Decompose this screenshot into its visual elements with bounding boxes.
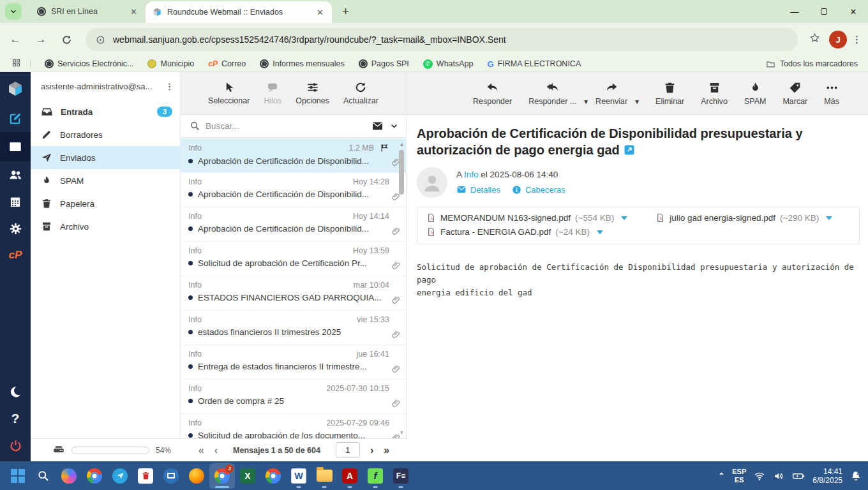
folder-entrada[interactable]: Entrada3 <box>31 100 180 123</box>
open-in-new-window-icon[interactable] <box>624 144 635 156</box>
list-item[interactable]: Infovie 15:33 estados financieros II tri… <box>181 311 406 345</box>
tab-close-icon[interactable]: ✕ <box>128 7 139 17</box>
list-item[interactable]: InfoHoy 14:14 Aprobación de Certificació… <box>181 207 406 242</box>
app-f-green-button[interactable]: f <box>363 463 388 489</box>
reply-all-caret-icon[interactable]: ▼ <box>583 98 589 105</box>
tab-roundcube[interactable]: Roundcube Webmail :: Enviados ✕ <box>146 1 332 23</box>
threads-button[interactable]: Hilos <box>264 81 281 105</box>
tab-sri[interactable]: SRI en Línea ✕ <box>31 1 146 22</box>
close-button[interactable]: ✕ <box>839 0 868 23</box>
tab-search-button[interactable] <box>5 3 22 20</box>
rail-contacts-tab[interactable] <box>0 161 31 188</box>
search-options-chevron-icon[interactable] <box>390 122 398 130</box>
volume-icon[interactable] <box>773 470 784 482</box>
clock[interactable]: 14:416/8/2025 <box>812 467 842 485</box>
rail-mail-tab[interactable] <box>0 132 31 161</box>
list-item[interactable]: Info2025-07-30 10:15 Orden de compra # 2… <box>181 380 406 414</box>
attachment-item[interactable]: Factura - ENERGIA GAD.pdf (~24 KB) <box>426 227 850 237</box>
bookmark-informes[interactable]: Informes mensuales <box>260 59 345 68</box>
attachment-menu-icon[interactable] <box>826 216 832 220</box>
remote-desktop-button[interactable] <box>158 463 184 489</box>
back-button[interactable]: ← <box>5 29 26 50</box>
language-indicator[interactable]: ESPES <box>732 468 746 484</box>
forward-button[interactable]: → <box>31 29 51 50</box>
archive-button[interactable]: Archivo <box>701 81 728 106</box>
scroll-up-icon[interactable]: ▲ <box>399 141 405 147</box>
battery-icon[interactable] <box>792 470 805 482</box>
reload-button[interactable] <box>56 29 77 50</box>
recipient-link[interactable]: Info <box>464 170 479 179</box>
browser-menu-icon[interactable]: ⋮ <box>852 34 862 45</box>
start-button[interactable] <box>5 463 31 489</box>
attachment-item[interactable]: julio gad energia-signed.pdf (~290 KB) <box>655 213 832 223</box>
rail-calendar-tab[interactable] <box>0 188 31 215</box>
firefox-button[interactable] <box>184 463 209 489</box>
folder-spam[interactable]: SPAM <box>31 169 180 192</box>
logout-button[interactable] <box>0 432 31 459</box>
chrome-profile-button[interactable] <box>260 463 286 489</box>
scrollbar-thumb[interactable] <box>399 150 404 195</box>
address-bar[interactable]: webmail.sanjuan.gob.ec/cpsess1525424746/… <box>86 28 798 51</box>
bookmark-whatsapp[interactable]: ✆WhatsApp <box>423 59 474 69</box>
list-scrollbar[interactable]: ▲ ▼ <box>398 141 405 436</box>
list-item[interactable]: Infomar 10:04 ESTADOS FINANCIEROS GAD PA… <box>181 276 406 311</box>
page-number-input[interactable]: 1 <box>336 442 360 458</box>
more-button[interactable]: Más <box>824 81 839 106</box>
scroll-down-icon[interactable]: ▼ <box>399 429 405 436</box>
rail-cpanel-link[interactable]: cP <box>0 242 31 269</box>
tray-expand-icon[interactable]: ⌃ <box>718 471 724 480</box>
apps-grid-icon[interactable] <box>11 58 21 70</box>
last-page-icon[interactable]: » <box>384 445 389 456</box>
list-item[interactable]: Infojue 16:41 Entrega de estados financi… <box>181 345 406 380</box>
list-item[interactable]: InfoHoy 14:28 Aprobación de Certificació… <box>181 173 406 207</box>
first-page-icon[interactable]: « <box>198 445 204 456</box>
search-input[interactable] <box>206 121 371 131</box>
mark-button[interactable]: Marcar <box>782 81 807 106</box>
browser-profile-avatar[interactable]: J <box>829 31 847 48</box>
folder-borradores[interactable]: Borradores <box>31 123 180 146</box>
maximize-button[interactable] <box>809 0 839 23</box>
bookmark-pagos-spi[interactable]: Pagos SPI <box>359 59 409 68</box>
rail-settings-tab[interactable] <box>0 215 31 242</box>
select-button[interactable]: Seleccionar <box>208 81 250 105</box>
reply-all-button[interactable]: Responder ... <box>528 81 576 106</box>
folder-papelera[interactable]: Papelera <box>31 192 180 215</box>
options-button[interactable]: Opciones <box>296 81 329 105</box>
dark-mode-button[interactable] <box>0 378 31 405</box>
bookmark-servicios[interactable]: Servicios Electrónic... <box>45 59 133 68</box>
chrome-active-button[interactable]: J <box>209 463 235 489</box>
word-button[interactable]: W <box>286 463 311 489</box>
refresh-button[interactable]: Actualizar <box>343 81 378 105</box>
forward-caret-icon[interactable]: ▼ <box>634 98 640 105</box>
forward-button[interactable]: Reenviar <box>595 81 627 106</box>
file-explorer-button[interactable] <box>311 463 337 489</box>
spam-button[interactable]: SPAM <box>744 81 767 106</box>
recycle-app-button[interactable] <box>133 463 158 489</box>
prev-page-icon[interactable]: ‹ <box>214 445 218 456</box>
attachment-menu-icon[interactable] <box>597 230 603 234</box>
app-f-dark-button[interactable]: F≡ <box>388 463 414 489</box>
site-info-icon[interactable] <box>96 35 105 45</box>
bookmark-firma[interactable]: GFIRMA ELECTRONICA <box>488 59 581 69</box>
bookmark-star-icon[interactable] <box>809 33 820 47</box>
list-item[interactable]: Info1.2 MB Aprobación de Certificación d… <box>181 138 406 173</box>
telegram-button[interactable] <box>107 463 133 489</box>
acrobat-button[interactable]: A <box>337 463 363 489</box>
reply-button[interactable]: Responder <box>473 81 512 106</box>
excel-button[interactable]: X <box>235 463 260 489</box>
list-item[interactable]: Info2025-07-29 09:46 Solicitud de aproba… <box>181 414 406 438</box>
account-menu-icon[interactable]: ⋮ <box>165 82 174 91</box>
help-button[interactable]: ? <box>0 405 31 432</box>
roundcube-logo[interactable] <box>0 72 31 105</box>
details-toggle[interactable]: Detalles <box>456 184 500 195</box>
compose-button[interactable] <box>0 105 31 132</box>
chrome-button[interactable] <box>82 463 107 489</box>
search-scope-mail-icon[interactable] <box>371 120 384 132</box>
new-tab-button[interactable]: + <box>342 4 349 19</box>
notifications-bell-icon[interactable] <box>850 470 862 482</box>
copilot-button[interactable] <box>56 463 82 489</box>
next-page-icon[interactable]: › <box>370 445 373 456</box>
folder-archivo[interactable]: Archivo <box>31 215 180 238</box>
all-bookmarks-button[interactable]: Todos los marcadores <box>766 59 858 69</box>
list-item[interactable]: InfoHoy 13:59 Solicitud de aprobación de… <box>181 242 406 276</box>
